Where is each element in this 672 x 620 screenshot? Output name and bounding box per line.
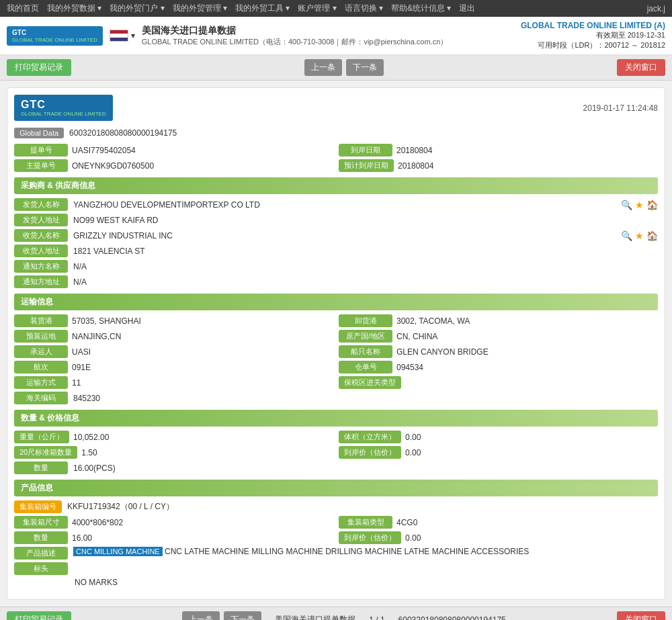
page-header: GTC GLOBAL TRADE ONLINE LIMITED ▾ 美国海关进口…	[0, 17, 672, 55]
product-price-field: 到岸价（估价） 0.00	[339, 531, 658, 544]
carrier-value: UASI	[72, 347, 333, 357]
carrier-label: 承运人	[14, 345, 68, 358]
prev-button[interactable]: 上一条	[304, 59, 342, 76]
page-title: 美国海关进口提单数据	[142, 25, 448, 37]
arrival-date-value: 20180804	[396, 146, 658, 155]
arrival-date-field: 到岸日期 20180804	[339, 144, 658, 157]
container-no-value: KKFU1719342（00 / L / CY）	[67, 501, 658, 513]
pre-transport-value: NANJING,CN	[72, 332, 333, 341]
print-button[interactable]: 打印贸易记录	[7, 59, 71, 76]
volume-value: 0.00	[405, 433, 658, 442]
transport-fields: 装货港 57035, SHANGHAI 卸货港 3002, TACOMA, WA…	[14, 314, 658, 389]
quantity-price-section: 数量 & 价格信息 重量（公斤） 10,052.00 体积（立方米） 0.00 …	[14, 410, 658, 474]
pre-transport-field: 预装运地 NANJING,CN	[14, 330, 333, 343]
consignee-home-icon[interactable]: 🏠	[646, 230, 658, 241]
container-size-field: 集装箱尺寸 4000*806*802	[14, 516, 333, 529]
logo: GTC GLOBAL TRADE ONLINE LIMITED	[7, 26, 103, 46]
marks-row: 标头	[14, 562, 658, 575]
header-title-section: 美国海关进口提单数据 GLOBAL TRADE ONLINE LIMITED（电…	[142, 25, 448, 47]
nav-logout[interactable]: 退出	[459, 3, 475, 14]
volume-label: 体积（立方米）	[339, 431, 401, 443]
origin-region-field: 原产国/地区 CN, CHINA	[339, 330, 658, 343]
product-price-label: 到岸价（估价）	[339, 531, 401, 544]
nav-portal[interactable]: 我的外贸门户 ▾	[110, 3, 164, 14]
customs-code-row: 海关编码 845230	[14, 392, 658, 404]
bottom-prev-button[interactable]: 上一条	[182, 611, 220, 620]
buyer-supplier-section: 采购商 & 供应商信息 发货人名称 YANGZHOU DEVELOPMENTIM…	[14, 177, 658, 288]
arrival-date-label: 到岸日期	[339, 144, 392, 157]
main-bill-label: 主提单号	[14, 159, 68, 172]
warehouse-no-field: 仓单号 094534	[339, 361, 658, 373]
arrival-port-value: 3002, TACOMA, WA	[396, 316, 658, 326]
voyage-field: 航次 091E	[14, 361, 333, 373]
global-data-value: 600320180808080000194175	[69, 128, 177, 138]
shipper-name-row: 发货人名称 YANGZHOU DEVELOPMENTIMPORTEXP CO L…	[14, 198, 658, 211]
desc-label: 产品描述	[14, 547, 68, 560]
estimated-arrival-field: 预计到岸日期 20180804	[339, 159, 658, 172]
shipper-home-icon[interactable]: 🏠	[646, 200, 658, 210]
nav-tools[interactable]: 我的外贸工具 ▾	[235, 3, 290, 14]
weight-value: 10,052.00	[73, 433, 333, 442]
departure-port-label: 装货港	[14, 314, 68, 327]
shipper-icons: 🔍 ★ 🏠	[621, 200, 658, 210]
nav-trade-data[interactable]: 我的外贸数据 ▾	[47, 3, 101, 14]
bill-no-label: 提单号	[14, 144, 68, 157]
marks-label: 标头	[14, 562, 68, 575]
bill-no-value: UASI7795402054	[72, 146, 333, 155]
consignee-name-value: GRIZZLY INDUSTRIAL INC	[73, 231, 613, 240]
record-card: GTC GLOBAL TRADE ONLINE LIMITED 2019-01-…	[7, 87, 665, 600]
bottom-toolbar: 打印贸易记录 上一条 下一条 美国海关进口提单数据 1 / 1 60032018…	[0, 607, 672, 620]
arrival-price-label: 到岸价（估价）	[339, 446, 401, 459]
notify-addr-label: 通知方地址	[14, 275, 68, 288]
right-company-name: GLOBAL TRADE ONLINE LIMITED (A)	[521, 21, 665, 30]
weight-field: 重量（公斤） 10,052.00	[14, 431, 333, 443]
shipper-addr-label: 发货人地址	[14, 214, 68, 226]
main-content: GTC GLOBAL TRADE ONLINE LIMITED 2019-01-…	[0, 81, 672, 607]
consignee-name-label: 收货人名称	[14, 229, 68, 242]
top-toolbar: 打印贸易记录 上一条 下一条 关闭窗口	[0, 55, 672, 81]
bottom-close-button[interactable]: 关闭窗口	[617, 611, 665, 620]
container-type-label: 集装箱类型	[339, 516, 392, 529]
top-navigation: 我的首页 我的外贸数据 ▾ 我的外贸门户 ▾ 我的外贸管理 ▾ 我的外贸工具 ▾…	[0, 0, 672, 17]
departure-port-value: 57035, SHANGHAI	[72, 316, 333, 326]
bill-label: 美国海关进口提单数据	[275, 614, 355, 620]
transport-mode-value: 11	[72, 378, 333, 388]
consignee-star-icon[interactable]: ★	[635, 230, 644, 241]
vessel-name-field: 船只名称 GLEN CANYON BRIDGE	[339, 345, 658, 358]
voyage-value: 091E	[72, 363, 333, 372]
warehouse-no-value: 094534	[396, 363, 658, 372]
qty-value: 16.00(PCS)	[73, 463, 658, 473]
bottom-next-button[interactable]: 下一条	[224, 611, 261, 620]
shipper-star-icon[interactable]: ★	[635, 200, 644, 210]
transport-header: 运输信息	[14, 294, 658, 310]
nav-home[interactable]: 我的首页	[7, 3, 39, 14]
nav-help[interactable]: 帮助&统计信息 ▾	[391, 3, 451, 14]
container20-label: 20尺标准箱数量	[14, 446, 77, 459]
navigation-buttons: 上一条 下一条	[304, 59, 384, 76]
nav-account[interactable]: 账户管理 ▾	[298, 3, 336, 14]
product-header: 产品信息	[14, 480, 658, 496]
marks-value-text: NO MARKS	[75, 578, 658, 587]
arrival-port-field: 卸货港 3002, TACOMA, WA	[339, 314, 658, 327]
product-section: 产品信息 集装箱编号 KKFU1719342（00 / L / CY） 集装箱尺…	[14, 480, 658, 587]
volume-field: 体积（立方米） 0.00	[339, 431, 658, 443]
next-button[interactable]: 下一条	[346, 59, 384, 76]
container20-field: 20尺标准箱数量 1.50	[14, 446, 333, 459]
nav-language[interactable]: 语言切换 ▾	[345, 3, 383, 14]
pagination-info: 上一条 下一条 美国海关进口提单数据 1 / 1 600320180808080…	[182, 611, 506, 620]
record-datetime: 2019-01-17 11:24:48	[583, 103, 658, 113]
product-qty-label: 数量	[14, 531, 68, 544]
shipper-search-icon[interactable]: 🔍	[621, 200, 632, 210]
flag-selector[interactable]: ▾	[110, 30, 135, 42]
close-button[interactable]: 关闭窗口	[617, 59, 665, 76]
nav-manage[interactable]: 我的外贸管理 ▾	[173, 3, 227, 14]
bottom-print-button[interactable]: 打印贸易记录	[7, 611, 71, 620]
departure-port-field: 装货港 57035, SHANGHAI	[14, 314, 333, 327]
desc-rest: CNC LATHE MACHINE MILLING MACHINE DRILLI…	[163, 547, 530, 556]
qp-fields: 重量（公斤） 10,052.00 体积（立方米） 0.00 20尺标准箱数量 1…	[14, 431, 658, 459]
estimated-arrival-label: 预计到岸日期	[339, 159, 394, 172]
consignee-search-icon[interactable]: 🔍	[621, 230, 632, 241]
customs-zone-label: 保税区进关类型	[339, 376, 401, 389]
main-bill-value: ONEYNK9GD0760500	[72, 161, 333, 171]
origin-region-value: CN, CHINA	[396, 332, 658, 341]
